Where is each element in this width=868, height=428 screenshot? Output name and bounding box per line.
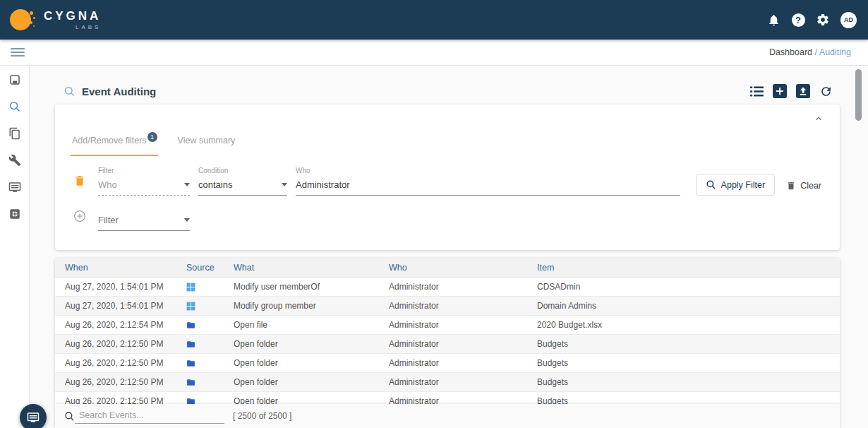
breadcrumb-auditing[interactable]: Auditing bbox=[819, 47, 851, 57]
page-title: Event Auditing bbox=[82, 85, 156, 97]
clear-filter-button[interactable]: Clear bbox=[786, 181, 821, 191]
folder-icon bbox=[186, 359, 195, 368]
settings-box-icon[interactable] bbox=[8, 208, 21, 220]
table-header: When Source What Who Item bbox=[55, 258, 840, 278]
cell-who: Administrator bbox=[389, 301, 537, 311]
column-header-who[interactable]: Who bbox=[389, 263, 537, 273]
brand-name: CYGNA bbox=[44, 9, 101, 23]
add-filter-row: Filter bbox=[73, 208, 190, 231]
table-search-bar: [ 2500 of 2500 ] bbox=[55, 404, 840, 428]
cell-who: Administrator bbox=[389, 320, 537, 330]
cell-what: Open folder bbox=[234, 358, 389, 368]
folder-icon bbox=[186, 378, 195, 387]
cell-who: Administrator bbox=[389, 282, 537, 292]
tab-add-remove-filters[interactable]: Add/Remove filters1 bbox=[71, 136, 158, 156]
left-sidebar bbox=[0, 66, 30, 428]
table-row[interactable]: Aug 26, 2020, 2:12:50 PM Open folder Adm… bbox=[55, 335, 840, 354]
cell-when: Aug 26, 2020, 2:12:54 PM bbox=[55, 320, 177, 330]
collapse-panel-icon[interactable] bbox=[813, 113, 824, 127]
who-value-input[interactable] bbox=[296, 179, 680, 195]
secondary-bar: Dashboard / Auditing bbox=[0, 40, 868, 66]
chat-fab-button[interactable] bbox=[20, 404, 47, 428]
table-row[interactable]: Aug 27, 2020, 1:54:01 PM Modify group me… bbox=[55, 297, 840, 316]
tab-view-summary[interactable]: View summary bbox=[176, 136, 237, 156]
add-icon[interactable] bbox=[773, 84, 787, 98]
cell-what: Open folder bbox=[234, 339, 389, 349]
cell-who: Administrator bbox=[389, 358, 537, 368]
folder-icon bbox=[186, 340, 195, 349]
cygna-logo-icon bbox=[10, 7, 35, 32]
breadcrumb-dashboard[interactable]: Dashboard bbox=[769, 47, 812, 57]
filter-count-badge: 1 bbox=[147, 132, 157, 142]
cell-when: Aug 27, 2020, 1:54:01 PM bbox=[55, 301, 177, 311]
filter-row: Filter Who Condition contains Who Apply … bbox=[73, 167, 821, 196]
console-icon bbox=[27, 411, 40, 424]
search-events-input[interactable] bbox=[75, 408, 224, 424]
cell-item: Budgets bbox=[537, 377, 840, 387]
cell-when: Aug 26, 2020, 2:12:50 PM bbox=[55, 377, 177, 387]
user-avatar[interactable]: AD bbox=[840, 12, 857, 28]
table-row[interactable]: Aug 26, 2020, 2:12:50 PM Open folder Adm… bbox=[55, 354, 840, 373]
new-filter-select[interactable]: Filter bbox=[98, 208, 190, 231]
apply-filter-button[interactable]: Apply Filter bbox=[696, 174, 776, 196]
page-actions bbox=[750, 84, 833, 98]
who-field: Who bbox=[296, 167, 680, 196]
export-icon[interactable] bbox=[796, 84, 810, 98]
top-navbar: CYGNA LABS ? AD bbox=[0, 0, 868, 40]
column-header-source[interactable]: Source bbox=[177, 263, 234, 273]
breadcrumb: Dashboard / Auditing bbox=[769, 47, 857, 57]
search-icon[interactable] bbox=[8, 100, 21, 113]
filter-tabs: Add/Remove filters1 View summary bbox=[71, 136, 236, 156]
result-count: [ 2500 of 2500 ] bbox=[233, 411, 291, 421]
cell-item: 2020 Budget.xlsx bbox=[537, 320, 840, 330]
dashboard-icon[interactable] bbox=[8, 73, 21, 86]
column-header-item[interactable]: Item bbox=[537, 263, 840, 273]
chevron-down-icon bbox=[184, 183, 190, 186]
filter-panel: Add/Remove filters1 View summary Filter … bbox=[55, 105, 840, 250]
remove-filter-icon[interactable] bbox=[73, 174, 86, 190]
trash-icon bbox=[786, 181, 796, 191]
cell-item: Budgets bbox=[537, 339, 840, 349]
console-icon[interactable] bbox=[8, 181, 21, 194]
notifications-icon[interactable] bbox=[766, 13, 780, 27]
add-filter-icon[interactable] bbox=[73, 210, 86, 225]
column-header-when[interactable]: When bbox=[55, 263, 177, 273]
cell-item: Budgets bbox=[537, 358, 840, 368]
chevron-down-icon bbox=[282, 183, 287, 186]
cell-item: CDSADmin bbox=[537, 282, 840, 292]
copy-icon[interactable] bbox=[8, 127, 21, 140]
windows-icon bbox=[186, 302, 195, 311]
table-row[interactable]: Aug 26, 2020, 2:12:54 PM Open file Admin… bbox=[55, 316, 840, 335]
audit-search-icon bbox=[64, 85, 76, 97]
cell-when: Aug 27, 2020, 1:54:01 PM bbox=[55, 282, 177, 292]
cell-when: Aug 26, 2020, 2:12:50 PM bbox=[55, 339, 177, 349]
table-row[interactable]: Aug 26, 2020, 2:12:50 PM Open folder Adm… bbox=[55, 373, 840, 392]
folder-icon bbox=[186, 321, 195, 330]
search-icon bbox=[706, 179, 716, 190]
cell-what: Open file bbox=[234, 320, 389, 330]
help-icon[interactable]: ? bbox=[791, 13, 805, 27]
search-icon bbox=[64, 411, 75, 422]
cell-what: Open folder bbox=[234, 377, 389, 387]
vertical-scrollbar[interactable] bbox=[855, 69, 862, 121]
list-view-icon[interactable] bbox=[750, 86, 764, 97]
brand-subname: LABS bbox=[76, 24, 101, 30]
cell-who: Administrator bbox=[389, 339, 537, 349]
table-row[interactable]: Aug 27, 2020, 1:54:01 PM Modify user mem… bbox=[55, 278, 840, 297]
menu-toggle-icon[interactable] bbox=[11, 48, 25, 57]
column-header-what[interactable]: What bbox=[234, 263, 389, 273]
settings-icon[interactable] bbox=[816, 13, 830, 27]
table-body: Aug 27, 2020, 1:54:01 PM Modify user mem… bbox=[55, 278, 840, 411]
cygna-logo: CYGNA LABS bbox=[0, 7, 101, 32]
cell-item: Domain Admins bbox=[537, 301, 840, 311]
events-table: When Source What Who Item Aug 27, 2020, … bbox=[55, 258, 840, 428]
page-header: Event Auditing bbox=[64, 85, 156, 97]
cell-who: Administrator bbox=[389, 377, 537, 387]
chevron-down-icon bbox=[184, 218, 190, 222]
tools-icon[interactable] bbox=[8, 154, 21, 167]
refresh-icon[interactable] bbox=[819, 85, 833, 98]
condition-select[interactable]: Condition contains bbox=[198, 167, 287, 196]
windows-icon bbox=[186, 283, 195, 292]
cell-what: Modify group member bbox=[234, 301, 389, 311]
filter-select[interactable]: Filter Who bbox=[98, 167, 190, 196]
